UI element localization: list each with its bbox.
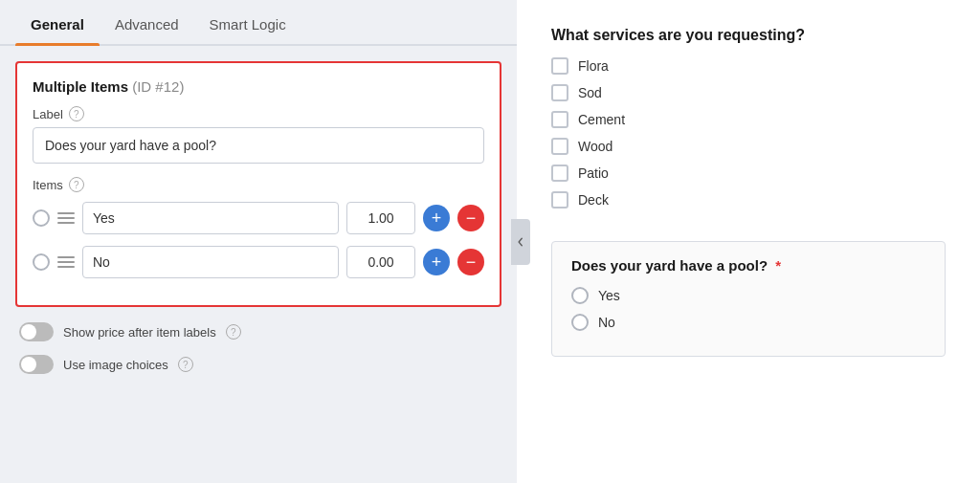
label-row: Label ? <box>33 106 484 121</box>
panel-content: Multiple Items (ID #12) Label ? Items ? <box>0 46 517 483</box>
checkbox-patio-label: Patio <box>578 165 609 181</box>
item-2-radio[interactable] <box>33 253 50 271</box>
checkbox-flora-label: Flora <box>578 58 609 74</box>
tab-smart-logic[interactable]: Smart Logic <box>194 5 301 44</box>
checkbox-sod-label: Sod <box>578 85 602 100</box>
item-2-price-input[interactable] <box>346 246 415 278</box>
pool-title: Does your yard have a pool? * <box>571 257 925 274</box>
item-1-radio[interactable] <box>33 209 50 227</box>
required-star: * <box>775 257 781 274</box>
toggle-image-choices[interactable] <box>19 355 54 374</box>
checkbox-flora: Flora <box>551 57 946 75</box>
checkbox-deck-box[interactable] <box>551 191 568 209</box>
services-title: What services are you requesting? <box>551 27 946 44</box>
label-help-icon[interactable]: ? <box>69 106 84 121</box>
checkbox-deck: Deck <box>551 191 946 209</box>
item-row-1: + − <box>33 202 484 234</box>
item-2-drag-handle[interactable] <box>57 256 75 268</box>
pool-section: Does your yard have a pool? * Yes No <box>551 241 946 357</box>
label-input[interactable] <box>33 127 484 164</box>
tabs-bar: General Advanced Smart Logic <box>0 0 517 46</box>
collapse-handle[interactable] <box>511 219 530 265</box>
item-1-price-input[interactable] <box>346 202 415 234</box>
services-section: What services are you requesting? Flora … <box>551 27 946 218</box>
right-panel: What services are you requesting? Flora … <box>517 0 980 483</box>
show-price-help-icon[interactable]: ? <box>226 324 241 340</box>
checkbox-sod: Sod <box>551 84 946 101</box>
checkbox-sod-box[interactable] <box>551 84 568 101</box>
pool-radio-no-circle[interactable] <box>571 314 589 331</box>
toggle-show-price[interactable] <box>19 322 54 341</box>
item-2-remove-button[interactable]: − <box>457 249 484 275</box>
pool-radio-no-label: No <box>598 315 615 330</box>
items-label-row: Items ? <box>33 177 484 192</box>
item-row-2: + − <box>33 246 484 278</box>
checkbox-deck-label: Deck <box>578 192 609 208</box>
field-title: Multiple Items (ID #12) <box>33 78 484 95</box>
checkbox-cement-box[interactable] <box>551 111 568 128</box>
toggle-image-choices-label: Use image choices <box>63 358 168 372</box>
item-2-text-input[interactable] <box>82 246 339 278</box>
item-1-add-button[interactable]: + <box>423 205 450 231</box>
item-1-text-input[interactable] <box>82 202 339 234</box>
pool-radio-yes-circle[interactable] <box>571 287 589 304</box>
item-2-add-button[interactable]: + <box>423 249 450 275</box>
image-choices-help-icon[interactable]: ? <box>178 357 193 372</box>
field-config-box: Multiple Items (ID #12) Label ? Items ? <box>15 61 501 307</box>
item-1-drag-handle[interactable] <box>57 212 75 224</box>
items-help-icon[interactable]: ? <box>69 177 84 192</box>
toggle-show-price-row: Show price after item labels ? <box>15 322 501 341</box>
checkbox-wood-box[interactable] <box>551 138 568 155</box>
left-panel: General Advanced Smart Logic Multiple It… <box>0 0 517 483</box>
pool-radio-no: No <box>571 314 925 331</box>
checkbox-wood: Wood <box>551 138 946 155</box>
toggle-show-price-label: Show price after item labels <box>63 325 216 340</box>
checkbox-patio-box[interactable] <box>551 165 568 182</box>
checkbox-patio: Patio <box>551 165 946 182</box>
pool-radio-yes: Yes <box>571 287 925 304</box>
item-1-remove-button[interactable]: − <box>457 205 484 231</box>
tab-advanced[interactable]: Advanced <box>100 5 194 44</box>
pool-radio-yes-label: Yes <box>598 288 620 303</box>
checkbox-wood-label: Wood <box>578 139 612 154</box>
tab-general[interactable]: General <box>15 5 100 44</box>
checkbox-cement: Cement <box>551 111 946 128</box>
checkbox-cement-label: Cement <box>578 112 625 127</box>
checkbox-flora-box[interactable] <box>551 57 568 75</box>
toggle-image-choices-row: Use image choices ? <box>15 355 501 374</box>
